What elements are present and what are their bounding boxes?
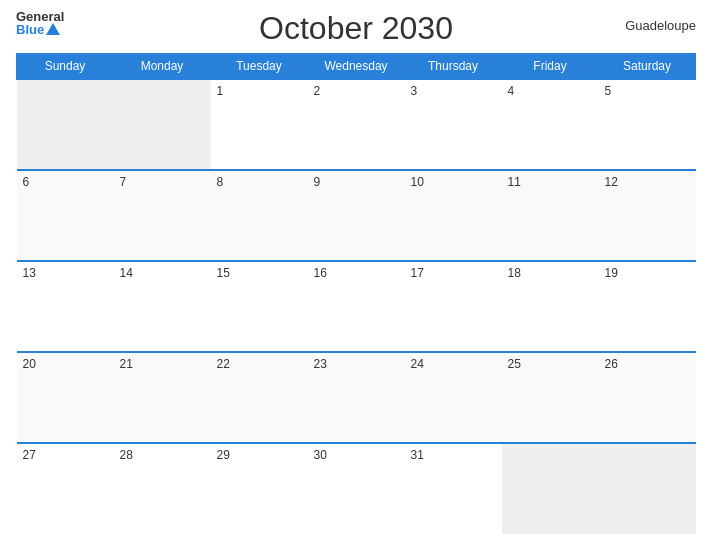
day-header-wednesday: Wednesday [308, 54, 405, 80]
day-cell: 15 [211, 261, 308, 352]
day-cell: 31 [405, 443, 502, 534]
day-cell: 29 [211, 443, 308, 534]
day-cell: 23 [308, 352, 405, 443]
logo-triangle-icon [46, 23, 60, 35]
day-cell: 21 [114, 352, 211, 443]
day-headers-row: SundayMondayTuesdayWednesdayThursdayFrid… [17, 54, 696, 80]
day-cell: 25 [502, 352, 599, 443]
day-cell: 1 [211, 79, 308, 170]
week-row-4: 20212223242526 [17, 352, 696, 443]
day-cell: 9 [308, 170, 405, 261]
day-cell: 13 [17, 261, 114, 352]
day-cell: 4 [502, 79, 599, 170]
calendar-body: 1234567891011121314151617181920212223242… [17, 79, 696, 534]
day-header-monday: Monday [114, 54, 211, 80]
day-cell: 24 [405, 352, 502, 443]
day-cell: 8 [211, 170, 308, 261]
day-header-saturday: Saturday [599, 54, 696, 80]
day-cell [17, 79, 114, 170]
day-cell: 27 [17, 443, 114, 534]
day-cell: 28 [114, 443, 211, 534]
day-cell [599, 443, 696, 534]
day-cell [502, 443, 599, 534]
day-cell: 19 [599, 261, 696, 352]
day-header-thursday: Thursday [405, 54, 502, 80]
day-cell: 2 [308, 79, 405, 170]
day-cell: 14 [114, 261, 211, 352]
day-header-tuesday: Tuesday [211, 54, 308, 80]
day-cell [114, 79, 211, 170]
day-cell: 16 [308, 261, 405, 352]
day-cell: 11 [502, 170, 599, 261]
day-cell: 5 [599, 79, 696, 170]
day-cell: 26 [599, 352, 696, 443]
day-cell: 12 [599, 170, 696, 261]
region-label: Guadeloupe [625, 18, 696, 33]
day-cell: 30 [308, 443, 405, 534]
week-row-3: 13141516171819 [17, 261, 696, 352]
day-cell: 18 [502, 261, 599, 352]
week-row-5: 2728293031 [17, 443, 696, 534]
day-cell: 10 [405, 170, 502, 261]
week-row-2: 6789101112 [17, 170, 696, 261]
day-cell: 7 [114, 170, 211, 261]
day-cell: 3 [405, 79, 502, 170]
calendar-header: General Blue October 2030 Guadeloupe [16, 10, 696, 47]
day-header-sunday: Sunday [17, 54, 114, 80]
day-cell: 22 [211, 352, 308, 443]
day-cell: 6 [17, 170, 114, 261]
logo-blue-text: Blue [16, 23, 44, 36]
calendar-header-row: SundayMondayTuesdayWednesdayThursdayFrid… [17, 54, 696, 80]
calendar-table: SundayMondayTuesdayWednesdayThursdayFrid… [16, 53, 696, 534]
month-title: October 2030 [259, 10, 453, 47]
day-header-friday: Friday [502, 54, 599, 80]
day-cell: 17 [405, 261, 502, 352]
week-row-1: 12345 [17, 79, 696, 170]
logo: General Blue [16, 10, 64, 36]
day-cell: 20 [17, 352, 114, 443]
